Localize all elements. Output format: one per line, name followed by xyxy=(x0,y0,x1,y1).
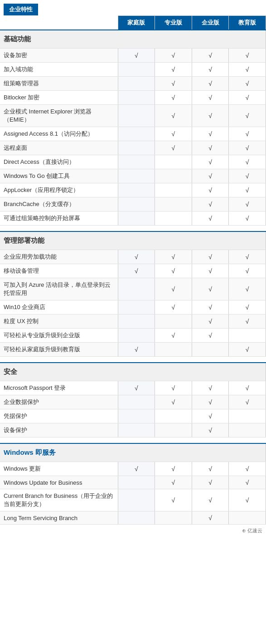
cell-feature: AppLocker（应用程序锁定） xyxy=(0,183,118,197)
table-row: 凭据保护√ xyxy=(0,409,266,423)
table-row: Windows 更新√√√√ xyxy=(0,462,266,476)
cell-home xyxy=(118,91,155,105)
table-row: 远程桌面√√√ xyxy=(0,141,266,155)
cell-enterprise: √ xyxy=(192,155,229,169)
cell-pro: √ xyxy=(155,264,192,278)
table-row: BranchCache（分支缓存）√√ xyxy=(0,197,266,211)
section-header-row-windows-service: Windows 即服务 xyxy=(0,443,266,462)
cell-home xyxy=(118,141,155,155)
col-header-feature xyxy=(0,16,118,30)
table-row: AppLocker（应用程序锁定）√√ xyxy=(0,183,266,197)
cell-education xyxy=(229,423,266,438)
cell-education: √ xyxy=(229,105,266,127)
cell-enterprise: √ xyxy=(192,211,229,226)
cell-pro xyxy=(155,197,192,211)
cell-feature: 设备加密 xyxy=(0,49,118,63)
cell-enterprise: √ xyxy=(192,105,229,127)
cell-feature: Current Branch for Business（用于企业的当前更新分支） xyxy=(0,489,118,511)
cell-home xyxy=(118,329,155,343)
cell-feature: 可加入到 Azure 活动目录，单点登录到云托管应用 xyxy=(0,278,118,300)
cell-enterprise: √ xyxy=(192,409,229,423)
cell-enterprise: √ xyxy=(192,141,229,155)
cell-feature: 组策略管理器 xyxy=(0,77,118,91)
cell-pro: √ xyxy=(155,489,192,511)
cell-home: √ xyxy=(118,264,155,278)
cell-home: √ xyxy=(118,462,155,476)
cell-enterprise: √ xyxy=(192,381,229,395)
col-header-enterprise: 企业版 xyxy=(192,16,229,30)
cell-enterprise: √ xyxy=(192,395,229,409)
cell-education: √ xyxy=(229,300,266,315)
cell-enterprise: √ xyxy=(192,63,229,77)
cell-feature: 可通过组策略控制的开始屏幕 xyxy=(0,211,118,226)
cell-pro xyxy=(155,423,192,438)
cell-education: √ xyxy=(229,343,266,357)
cell-education: √ xyxy=(229,127,266,141)
cell-pro: √ xyxy=(155,250,192,264)
cell-education: √ xyxy=(229,155,266,169)
cell-pro: √ xyxy=(155,300,192,315)
cell-feature: 粒度 UX 控制 xyxy=(0,315,118,329)
cell-education xyxy=(229,511,266,525)
table-row: 设备加密√√√√ xyxy=(0,49,266,63)
cell-pro: √ xyxy=(155,105,192,127)
cell-home: √ xyxy=(118,343,155,357)
cell-home: √ xyxy=(118,381,155,395)
cell-home xyxy=(118,511,155,525)
cell-enterprise: √ xyxy=(192,300,229,315)
cell-pro: √ xyxy=(155,49,192,63)
cell-feature: Assigned Access 8.1（访问分配） xyxy=(0,127,118,141)
cell-feature: Windows 更新 xyxy=(0,462,118,476)
table-row: 企业数据保护√√√ xyxy=(0,395,266,409)
section-title-basic: 基础功能 xyxy=(0,30,266,49)
cell-home xyxy=(118,127,155,141)
cell-pro: √ xyxy=(155,63,192,77)
cell-education: √ xyxy=(229,315,266,329)
cell-education: √ xyxy=(229,141,266,155)
cell-feature: 远程桌面 xyxy=(0,141,118,155)
cell-pro: √ xyxy=(155,278,192,300)
cell-feature: 可轻松从专业版升级到企业版 xyxy=(0,329,118,343)
cell-feature: 企业模式 Internet Explorer 浏览器（EMIE） xyxy=(0,105,118,127)
cell-feature: Windows To Go 创建工具 xyxy=(0,169,118,183)
badge-label: 企业特性 xyxy=(4,4,38,15)
cell-enterprise: √ xyxy=(192,264,229,278)
cell-enterprise: √ xyxy=(192,511,229,525)
cell-education: √ xyxy=(229,395,266,409)
cell-pro: √ xyxy=(155,141,192,155)
cell-feature: Long Term Servicing Branch xyxy=(0,511,118,525)
footer-logo: ⊕ 亿速云 xyxy=(0,525,266,537)
cell-enterprise: √ xyxy=(192,278,229,300)
cell-education: √ xyxy=(229,489,266,511)
cell-education: √ xyxy=(229,278,266,300)
section-title-windows-service: Windows 即服务 xyxy=(0,443,266,462)
cell-education xyxy=(229,409,266,423)
table-row: 可轻松从家庭版升级到教育版√√ xyxy=(0,343,266,357)
table-row: 可通过组策略控制的开始屏幕√√ xyxy=(0,211,266,226)
cell-enterprise: √ xyxy=(192,183,229,197)
table-row: 移动设备管理√√√√ xyxy=(0,264,266,278)
cell-education: √ xyxy=(229,476,266,489)
cell-pro: √ xyxy=(155,77,192,91)
cell-home xyxy=(118,63,155,77)
cell-feature: 凭据保护 xyxy=(0,409,118,423)
cell-enterprise: √ xyxy=(192,169,229,183)
cell-pro xyxy=(155,315,192,329)
cell-enterprise: √ xyxy=(192,197,229,211)
table-row: Current Branch for Business（用于企业的当前更新分支）… xyxy=(0,489,266,511)
cell-feature: 移动设备管理 xyxy=(0,264,118,278)
cell-feature: BranchCache（分支缓存） xyxy=(0,197,118,211)
cell-home xyxy=(118,105,155,127)
section-header-row-security: 安全 xyxy=(0,363,266,381)
spacer-row xyxy=(0,357,266,363)
cell-pro: √ xyxy=(155,381,192,395)
cell-education xyxy=(229,329,266,343)
cell-pro xyxy=(155,211,192,226)
cell-feature: Bitlocker 加密 xyxy=(0,91,118,105)
cell-enterprise: √ xyxy=(192,476,229,489)
table-row: Direct Access（直接访问）√√ xyxy=(0,155,266,169)
table-row: 可加入到 Azure 活动目录，单点登录到云托管应用√√√ xyxy=(0,278,266,300)
section-title-security: 安全 xyxy=(0,363,266,381)
col-header-pro: 专业版 xyxy=(155,16,192,30)
cell-home xyxy=(118,315,155,329)
